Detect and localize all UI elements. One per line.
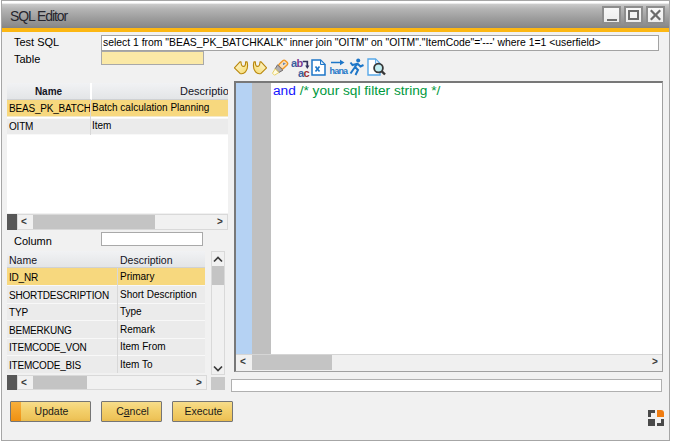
- svg-text:hana: hana: [330, 66, 350, 76]
- svg-text:c: c: [304, 67, 310, 78]
